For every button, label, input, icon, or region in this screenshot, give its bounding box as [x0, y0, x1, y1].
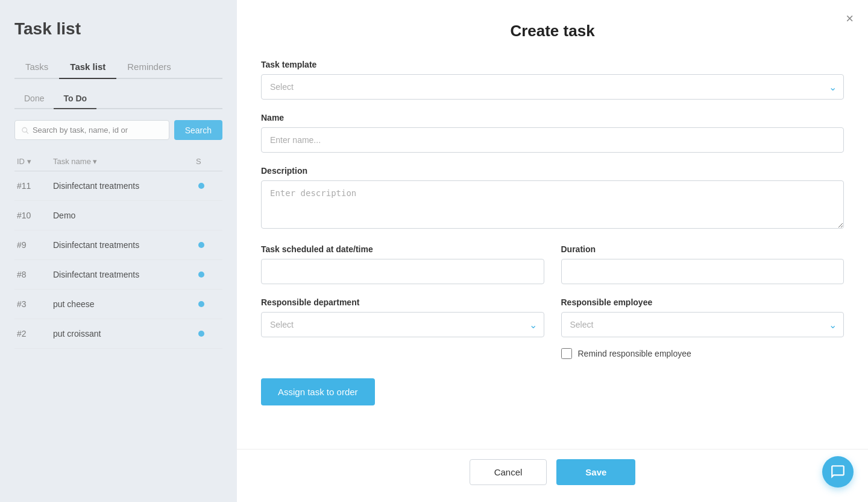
subtab-done[interactable]: Done — [14, 89, 54, 109]
left-panel: Task list Tasks Task list Reminders Done… — [0, 0, 237, 502]
row-id: #2 — [17, 329, 53, 338]
resp-dept-group: Responsible department Select ⌄ — [261, 297, 544, 359]
main-tabs: Tasks Task list Reminders — [14, 56, 222, 79]
scheduled-label: Task scheduled at date/time — [261, 244, 544, 254]
duration-input[interactable]: 00:00 — [561, 259, 844, 284]
task-template-select[interactable]: Select — [261, 74, 844, 100]
row-id: #3 — [17, 299, 53, 309]
svg-line-1 — [27, 132, 28, 133]
description-label: Description — [261, 166, 844, 176]
scheduled-group: Task scheduled at date/time 18-05-2021 1… — [261, 244, 544, 284]
scheduled-duration-row: Task scheduled at date/time 18-05-2021 1… — [261, 244, 844, 297]
remind-row: Remind responsible employee — [561, 348, 844, 359]
resp-dept-select-wrap: Select ⌄ — [261, 312, 544, 337]
table-row[interactable]: #11 Disinfectant treatments — [14, 171, 222, 201]
modal-title: Create task — [237, 0, 868, 60]
row-name: Disinfectant treatments — [53, 240, 196, 250]
modal-body: Task template Select ⌄ Name Description … — [237, 60, 868, 449]
task-template-select-wrap: Select ⌄ — [261, 74, 844, 100]
row-id: #11 — [17, 181, 53, 191]
search-input[interactable] — [33, 121, 163, 139]
chat-icon — [830, 464, 846, 480]
close-button[interactable]: × — [846, 12, 854, 25]
task-template-label: Task template — [261, 60, 844, 69]
row-status — [196, 331, 220, 337]
remind-label: Remind responsible employee — [578, 349, 691, 358]
task-template-group: Task template Select ⌄ — [261, 60, 844, 100]
row-name: put cheese — [53, 299, 196, 309]
col-header-id: ID ▾ — [17, 157, 53, 166]
row-name: put croissant — [53, 329, 196, 338]
cancel-button[interactable]: Cancel — [470, 459, 547, 485]
search-input-wrap — [14, 120, 169, 140]
assign-task-button[interactable]: Assign task to order — [261, 378, 375, 405]
row-status — [196, 272, 220, 278]
row-id: #9 — [17, 240, 53, 250]
row-name: Disinfectant treatments — [53, 181, 196, 191]
resp-emp-select-wrap: Select ⌄ — [561, 312, 844, 337]
modal-overlay: × Create task Task template Select ⌄ Nam… — [237, 0, 868, 502]
resp-emp-select[interactable]: Select — [561, 312, 844, 337]
subtabs: Done To Do — [14, 89, 222, 109]
scheduled-input[interactable]: 18-05-2021 10:42 — [261, 259, 544, 284]
description-textarea[interactable] — [261, 180, 844, 229]
duration-group: Duration 00:00 — [561, 244, 844, 284]
row-status — [196, 183, 220, 189]
row-status — [196, 301, 220, 307]
row-status — [196, 242, 220, 248]
chat-fab-button[interactable] — [822, 456, 854, 488]
table-row[interactable]: #3 put cheese — [14, 290, 222, 319]
table-row[interactable]: #9 Disinfectant treatments — [14, 230, 222, 260]
modal-footer: Cancel Save — [237, 449, 868, 502]
table-row[interactable]: #8 Disinfectant treatments — [14, 260, 222, 290]
name-input[interactable] — [261, 127, 844, 153]
search-icon — [21, 126, 29, 135]
save-button[interactable]: Save — [556, 459, 635, 485]
task-table: #11 Disinfectant treatments #10 Demo #9 … — [14, 171, 222, 349]
search-button[interactable]: Search — [174, 120, 222, 140]
row-id: #10 — [17, 211, 53, 220]
remind-checkbox[interactable] — [561, 348, 572, 359]
resp-emp-group: Responsible employee Select ⌄ Remind res… — [561, 297, 844, 359]
page-title: Task list — [14, 19, 222, 39]
row-id: #8 — [17, 270, 53, 279]
name-group: Name — [261, 113, 844, 153]
resp-emp-label: Responsible employee — [561, 297, 844, 307]
table-header: ID ▾ Task name ▾ S — [14, 152, 222, 171]
name-label: Name — [261, 113, 844, 122]
col-header-status: S — [196, 157, 220, 166]
subtab-todo[interactable]: To Do — [54, 89, 96, 109]
tab-tasks[interactable]: Tasks — [14, 56, 59, 79]
col-header-name: Task name ▾ — [53, 157, 196, 166]
tab-reminders[interactable]: Reminders — [116, 56, 182, 79]
search-row: Search — [14, 120, 222, 140]
tab-tasklist[interactable]: Task list — [59, 56, 116, 79]
resp-dept-label: Responsible department — [261, 297, 544, 307]
resp-row: Responsible department Select ⌄ Responsi… — [261, 297, 844, 372]
row-name: Demo — [53, 211, 196, 220]
description-group: Description — [261, 166, 844, 231]
duration-label: Duration — [561, 244, 844, 254]
table-row[interactable]: #2 put croissant — [14, 319, 222, 349]
table-row[interactable]: #10 Demo — [14, 201, 222, 230]
row-name: Disinfectant treatments — [53, 270, 196, 279]
resp-dept-select[interactable]: Select — [261, 312, 544, 337]
